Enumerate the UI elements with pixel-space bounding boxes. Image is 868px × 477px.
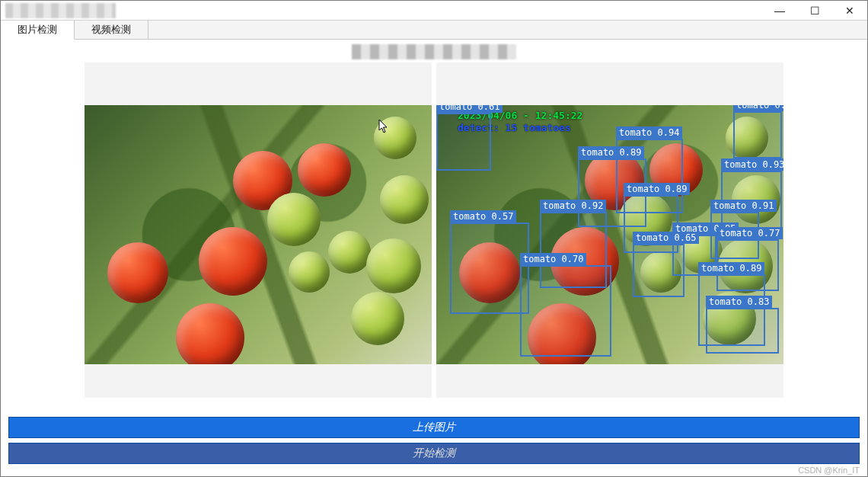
detection-label: tomato 0.77: [716, 227, 783, 239]
panel-detected: 2023/04/06 - 12:45:22 detect: 15 tomatoe…: [436, 62, 783, 398]
detection-label: tomato 0.57: [450, 210, 516, 222]
watermark-text: CSDN @Krin_IT: [798, 466, 860, 475]
detection-label: tomato 0.94: [616, 126, 682, 139]
panel-pad-top: [436, 62, 783, 105]
upload-button[interactable]: 上传图片: [8, 417, 860, 438]
detection-label: tomato 0.85: [733, 105, 783, 111]
detection-bbox: tomato 0.85: [733, 111, 782, 158]
tab-video-detect[interactable]: 视频检测: [75, 21, 148, 39]
green-tomato-shape: [380, 175, 429, 224]
title-text-blurred: [5, 3, 116, 18]
window-controls: — ☐ ✕: [762, 1, 867, 21]
detection-label: tomato 0.89: [624, 183, 690, 195]
green-tomato-shape: [366, 238, 421, 293]
panels-row: 2023/04/06 - 12:45:22 detect: 15 tomatoe…: [8, 62, 860, 398]
green-tomato-shape: [289, 251, 330, 293]
tab-bar: 图片检测 视频检测: [1, 21, 867, 40]
start-detect-button[interactable]: 开始检测: [8, 443, 860, 464]
detected-image: 2023/04/06 - 12:45:22 detect: 15 tomatoe…: [436, 105, 783, 364]
action-buttons: 上传图片 开始检测: [8, 417, 860, 469]
red-tomato-shape: [298, 143, 351, 197]
green-tomato-shape: [351, 292, 404, 345]
detection-label: tomato 0.93: [721, 158, 783, 171]
detection-bbox: tomato 0.83: [706, 308, 779, 354]
minimize-button[interactable]: —: [762, 1, 797, 21]
green-tomato-shape: [328, 231, 371, 274]
detection-label: tomato 0.91: [710, 200, 777, 212]
red-tomato-shape: [199, 227, 267, 296]
detection-bbox: tomato 0.61: [436, 113, 491, 171]
content-area: 2023/04/06 - 12:45:22 detect: 15 tomatoe…: [1, 40, 867, 398]
detection-label: tomato 0.70: [520, 253, 586, 265]
red-tomato-shape: [176, 303, 244, 364]
detection-label: tomato 0.61: [436, 105, 503, 113]
detection-bbox: tomato 0.65: [633, 244, 685, 297]
detection-label: tomato 0.89: [578, 146, 644, 158]
maximize-button[interactable]: ☐: [797, 1, 832, 21]
detection-bbox: tomato 0.70: [520, 265, 611, 357]
panel-original: [85, 62, 432, 398]
detection-label: tomato 0.65: [633, 232, 699, 244]
panel-pad-bottom: [436, 364, 783, 398]
red-tomato-shape: [107, 242, 168, 303]
tab-image-detect[interactable]: 图片检测: [1, 21, 75, 40]
detection-bbox: tomato 0.57: [450, 222, 529, 314]
green-tomato-shape: [374, 117, 416, 159]
original-image: [85, 105, 432, 364]
detection-label: tomato 0.89: [698, 262, 764, 274]
detection-label: tomato 0.83: [706, 296, 772, 308]
green-tomato-shape: [267, 193, 321, 246]
close-button[interactable]: ✕: [832, 1, 867, 21]
app-window: — ☐ ✕ 图片检测 视频检测 2023/04/06 - 12:45:22: [0, 0, 868, 477]
panel-pad-bottom: [85, 364, 432, 398]
panel-pad-top: [85, 62, 432, 105]
heading-blurred: [352, 44, 516, 59]
titlebar: — ☐ ✕: [1, 1, 867, 21]
detection-label: tomato 0.92: [540, 200, 606, 212]
